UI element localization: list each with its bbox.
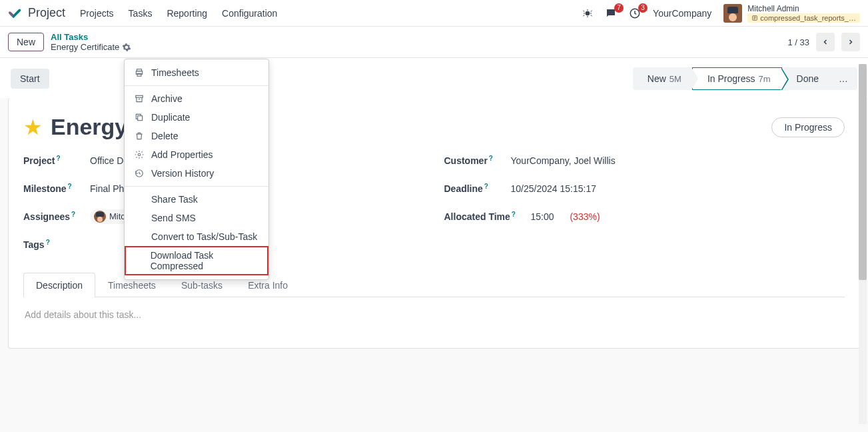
tab-description[interactable]: Description (23, 273, 95, 297)
menu-timesheets[interactable]: Timesheets (125, 63, 268, 82)
label-allocated: Allocated Time? (444, 211, 531, 222)
start-button[interactable]: Start (11, 69, 49, 89)
pager-count: 1 / 33 (787, 37, 809, 47)
label-project: Project? (23, 155, 90, 166)
description-placeholder[interactable]: Add details about this task... (23, 297, 845, 332)
value-allocated[interactable]: 15:00 (333%) (531, 211, 600, 222)
menu-convert[interactable]: Convert to Task/Sub-Task (125, 227, 268, 246)
nav-reporting[interactable]: Reporting (167, 8, 207, 19)
svg-point-0 (586, 11, 590, 15)
menu-sms[interactable]: Send SMS (125, 209, 268, 227)
messages-icon[interactable]: 7 (605, 7, 617, 19)
company-selector[interactable]: YourCompany (653, 8, 711, 19)
stage-bar: New 5M In Progress 7m Done … (633, 67, 857, 90)
breadcrumb-current: Energy Certificate (51, 42, 131, 52)
scrollbar-thumb[interactable] (859, 64, 867, 280)
label-customer: Customer? (444, 155, 511, 166)
nav-configuration[interactable]: Configuration (222, 8, 277, 19)
trash-icon (134, 131, 145, 141)
messages-badge: 7 (614, 3, 624, 13)
vertical-scrollbar[interactable] (859, 64, 867, 424)
status-chip[interactable]: In Progress (771, 117, 845, 137)
assignee-avatar-icon (94, 211, 106, 223)
svg-rect-6 (136, 95, 143, 97)
svg-rect-7 (138, 116, 143, 121)
value-project[interactable]: Office De (90, 155, 129, 166)
duplicate-icon (134, 113, 145, 122)
star-icon[interactable]: ★ (23, 115, 43, 140)
pager-next-button[interactable] (841, 33, 860, 51)
label-deadline: Deadline? (444, 183, 511, 194)
pager-prev-button[interactable] (816, 33, 835, 51)
menu-download-compressed[interactable]: Download Task Compressed (125, 246, 268, 275)
menu-duplicate[interactable]: Duplicate (125, 108, 268, 127)
gear-icon[interactable] (122, 43, 131, 52)
label-tags: Tags? (23, 239, 90, 250)
label-milestone: Milestone? (23, 183, 90, 194)
history-icon (134, 169, 145, 178)
user-avatar-icon (723, 4, 742, 23)
activities-badge: 3 (638, 3, 648, 13)
user-menu[interactable]: Mitchell Admin compressed_task_reports_… (723, 4, 860, 23)
breadcrumb-parent[interactable]: All Tasks (51, 32, 131, 42)
top-navbar: Project Projects Tasks Reporting Configu… (0, 0, 868, 27)
new-button[interactable]: New (8, 33, 44, 51)
menu-archive[interactable]: Archive (125, 89, 268, 108)
menu-delete[interactable]: Delete (125, 127, 268, 145)
menu-properties[interactable]: Add Properties (125, 145, 268, 164)
svg-point-8 (138, 153, 141, 156)
stage-new[interactable]: New 5M (633, 67, 692, 90)
user-name: Mitchell Admin (747, 4, 860, 13)
value-customer[interactable]: YourCompany, Joel Willis (511, 155, 616, 166)
app-brand[interactable]: Project (28, 6, 65, 20)
menu-share[interactable]: Share Task (125, 190, 268, 209)
properties-icon (134, 150, 145, 159)
task-title[interactable]: Energy (51, 114, 127, 140)
print-icon (134, 68, 145, 77)
menu-history[interactable]: Version History (125, 164, 268, 183)
label-assignees: Assignees? (23, 211, 90, 222)
archive-icon (134, 94, 145, 103)
nav-projects[interactable]: Projects (80, 8, 114, 19)
stage-in-progress[interactable]: In Progress 7m (692, 67, 782, 90)
activities-icon[interactable]: 3 (629, 7, 641, 19)
gear-dropdown: Timesheets Archive Duplicate Delete Add … (124, 59, 269, 280)
app-logo-icon (8, 6, 23, 21)
stage-done[interactable]: Done (782, 67, 829, 90)
value-deadline[interactable]: 10/25/2024 15:15:17 (511, 183, 596, 194)
nav-tasks[interactable]: Tasks (129, 8, 153, 19)
bug-icon[interactable] (582, 8, 593, 19)
download-chip[interactable]: compressed_task_reports_… (747, 13, 860, 23)
breadcrumb-bar: New All Tasks Energy Certificate 1 / 33 (0, 27, 868, 58)
